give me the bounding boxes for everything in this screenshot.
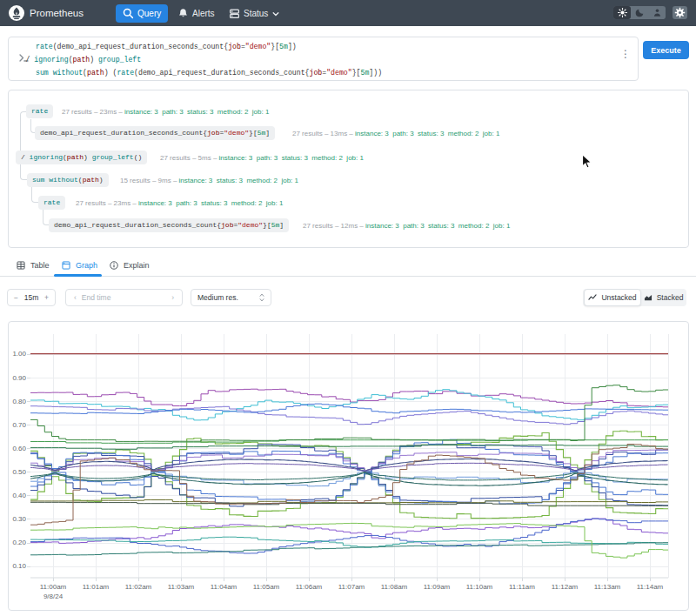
svg-text:11:13am: 11:13am: [594, 583, 621, 591]
svg-text:0.60: 0.60: [12, 445, 26, 452]
svg-text:11:00am: 11:00am: [40, 583, 67, 591]
svg-text:11:09am: 11:09am: [424, 583, 451, 591]
svg-text:11:05am: 11:05am: [253, 583, 280, 591]
svg-text:11:06am: 11:06am: [296, 583, 323, 591]
svg-text:11:11am: 11:11am: [509, 583, 535, 591]
svg-text:0.20: 0.20: [12, 539, 26, 546]
svg-text:11:07am: 11:07am: [338, 583, 365, 591]
svg-text:0.70: 0.70: [12, 421, 26, 429]
svg-text:11:14am: 11:14am: [637, 583, 664, 591]
svg-text:0.90: 0.90: [12, 374, 26, 382]
svg-text:0.50: 0.50: [12, 468, 26, 476]
svg-text:0.80: 0.80: [12, 398, 26, 405]
svg-text:0.30: 0.30: [12, 515, 26, 523]
svg-text:11:08am: 11:08am: [381, 583, 408, 591]
svg-text:11:01am: 11:01am: [83, 583, 110, 591]
svg-text:0.10: 0.10: [12, 562, 26, 570]
svg-text:11:12am: 11:12am: [552, 583, 579, 591]
svg-text:0.40: 0.40: [12, 492, 26, 499]
svg-text:9/8/24: 9/8/24: [44, 593, 64, 600]
svg-text:11:10am: 11:10am: [466, 583, 493, 591]
svg-text:1.00: 1.00: [12, 350, 26, 358]
svg-text:11:03am: 11:03am: [168, 583, 195, 591]
svg-text:11:04am: 11:04am: [211, 583, 238, 591]
svg-text:11:02am: 11:02am: [125, 583, 152, 591]
